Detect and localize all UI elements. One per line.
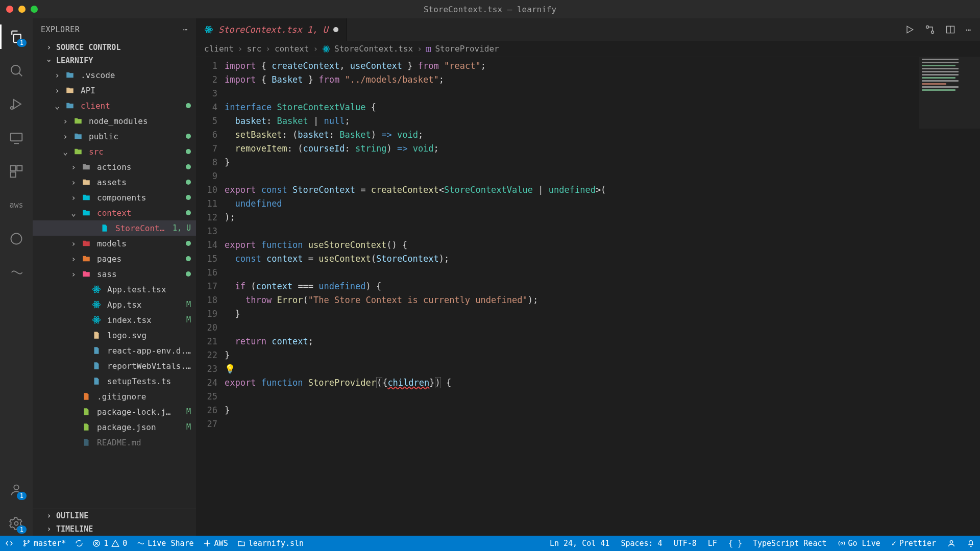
file-icon [92, 361, 103, 370]
github-activity[interactable] [0, 227, 33, 251]
section-label: TIMELINE [56, 524, 93, 534]
folder-item[interactable]: ⌄client [33, 98, 196, 113]
file-item[interactable]: package-lock.j…M [33, 404, 196, 419]
folder-item[interactable]: ›assets [33, 174, 196, 190]
indentation[interactable]: Spaces: 4 [621, 539, 662, 548]
svg-point-1 [11, 107, 13, 109]
aws-status[interactable]: AWS [203, 539, 228, 548]
crumb[interactable]: StoreContext.tsx [334, 44, 413, 54]
section-project[interactable]: › LEARNIFY [33, 54, 196, 67]
file-item[interactable]: reportWebVitals.ts [33, 358, 196, 373]
minimize-window-button[interactable] [18, 6, 26, 13]
file-item[interactable]: StoreConte…1, U [33, 220, 196, 236]
accounts-activity[interactable]: 1 [0, 478, 33, 502]
folder-item[interactable]: ⌄context [33, 205, 196, 220]
modified-dot-icon [186, 256, 191, 261]
item-label: actions [97, 162, 182, 172]
chevron-icon: ⌄ [53, 101, 61, 111]
svg-point-13 [96, 304, 97, 306]
feedback-icon[interactable] [947, 539, 955, 547]
explorer-activity[interactable]: 1 [0, 24, 33, 49]
code-editor[interactable]: 1 2 3 4 5 6 7 8 9 10 11 12 13 14 15 16 1… [196, 57, 980, 536]
file-item[interactable]: react-app-env.d.ts [33, 343, 196, 358]
file-item[interactable]: .gitignore [33, 389, 196, 404]
run-debug-activity[interactable] [0, 92, 33, 116]
svg-point-26 [932, 31, 934, 34]
close-window-button[interactable] [6, 6, 13, 13]
go-live[interactable]: Go Live [838, 539, 880, 548]
git-status: 1, U [173, 223, 191, 233]
bell-icon[interactable] [967, 539, 975, 547]
split-icon[interactable] [945, 24, 955, 35]
file-item[interactable]: README.md [33, 435, 196, 450]
folder-item[interactable]: ›node_modules [33, 113, 196, 129]
file-item[interactable]: logo.svg [33, 328, 196, 343]
liveshare[interactable]: Live Share [136, 539, 193, 548]
modified-dot-icon [186, 195, 191, 200]
folder-icon [82, 208, 93, 217]
settings-activity[interactable]: 1 [0, 511, 33, 536]
search-activity[interactable] [0, 58, 33, 83]
folder-item[interactable]: ›components [33, 190, 196, 205]
section-source-control[interactable]: › SOURCE CONTROL [33, 41, 196, 54]
file-icon [100, 223, 111, 233]
extensions-activity[interactable] [0, 159, 33, 184]
git-status: M [186, 315, 191, 324]
more-icon[interactable]: ⋯ [183, 25, 188, 34]
item-label: App.tsx [107, 300, 182, 310]
svg-point-33 [24, 545, 26, 546]
svg-point-32 [24, 541, 26, 542]
file-item[interactable]: App.tsxM [33, 297, 196, 312]
folder-item[interactable]: ›actions [33, 159, 196, 174]
window-controls [6, 6, 38, 13]
crumb[interactable]: src [247, 44, 261, 54]
editor-tab[interactable]: StoreContext.tsx 1, U [196, 18, 347, 41]
share-activity[interactable] [0, 260, 33, 285]
remote-indicator[interactable] [5, 539, 13, 547]
section-timeline[interactable]: › TIMELINE [33, 522, 196, 536]
folder-item[interactable]: ›models [33, 236, 196, 251]
sync-icon[interactable] [75, 539, 83, 547]
language-mode[interactable]: { } TypeScript React [728, 539, 827, 548]
folder-item[interactable]: ›.vscode [33, 67, 196, 83]
run-icon[interactable] [904, 24, 915, 35]
minimap[interactable] [919, 57, 980, 129]
item-label: API [81, 86, 191, 95]
prettier[interactable]: ✓ Prettier [892, 539, 936, 548]
svg-rect-2 [11, 133, 22, 141]
eol[interactable]: LF [708, 539, 717, 548]
file-item[interactable]: index.tsxM [33, 312, 196, 328]
chevron-down-icon: › [44, 57, 54, 65]
crumb[interactable]: client [204, 44, 234, 54]
code-content[interactable]: import { createContext, useContext } fro… [225, 57, 980, 536]
remote-activity[interactable] [0, 126, 33, 150]
crumb[interactable]: StoreProvider [435, 44, 499, 54]
file-item[interactable]: App.test.tsx [33, 282, 196, 297]
file-icon [92, 346, 103, 355]
folder-item[interactable]: ›public [33, 129, 196, 144]
folder-item[interactable]: ›pages [33, 251, 196, 266]
file-item[interactable]: setupTests.ts [33, 373, 196, 389]
chevron-icon: › [61, 132, 69, 141]
folder-item[interactable]: ›sass [33, 266, 196, 282]
section-outline[interactable]: › OUTLINE [33, 509, 196, 522]
activity-bar: 1 aws 1 1 [0, 18, 33, 536]
file-item[interactable]: package.jsonM [33, 419, 196, 435]
folder-icon [82, 162, 93, 171]
breadcrumbs[interactable]: client› src› context› StoreContext.tsx› … [196, 41, 980, 57]
cursor-position[interactable]: Ln 24, Col 41 [550, 539, 609, 548]
folder-item[interactable]: ⌄src [33, 144, 196, 159]
problems[interactable]: 1 0 [92, 539, 127, 548]
encoding[interactable]: UTF-8 [674, 539, 697, 548]
git-branch[interactable]: master* [22, 539, 66, 548]
folder-item[interactable]: ›API [33, 83, 196, 98]
maximize-window-button[interactable] [31, 6, 38, 13]
solution[interactable]: learnify.sln [237, 539, 304, 548]
crumb[interactable]: context [275, 44, 309, 54]
more-icon[interactable]: ⋯ [966, 25, 971, 35]
svg-rect-5 [11, 172, 16, 177]
aws-activity[interactable]: aws [0, 193, 33, 217]
compare-icon[interactable] [925, 24, 935, 35]
lightbulb-icon[interactable]: 💡 [225, 362, 235, 376]
item-label: README.md [97, 438, 191, 447]
